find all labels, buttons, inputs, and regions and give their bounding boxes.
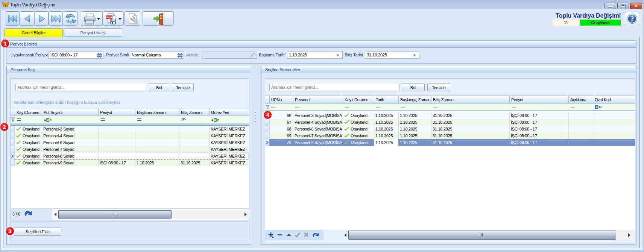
svg-text:?: ? [630, 15, 634, 23]
svg-text:PDF: PDF [106, 16, 112, 19]
